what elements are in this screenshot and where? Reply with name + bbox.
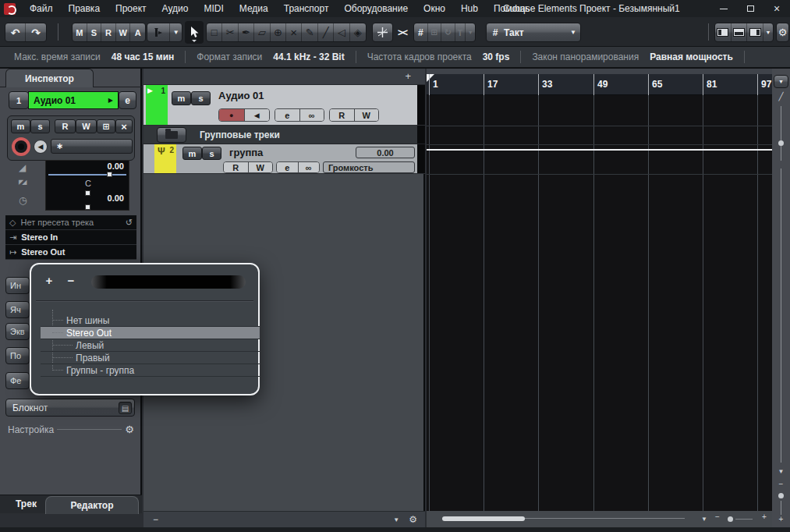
- menu-file[interactable]: Файл: [22, 0, 61, 17]
- draw-tool-button[interactable]: ✎: [302, 23, 317, 41]
- horizontal-scrollbar-thumb[interactable]: [442, 516, 525, 521]
- minimize-button[interactable]: [710, 0, 737, 17]
- input-routing-row[interactable]: ⇥ Stereo In: [5, 230, 136, 245]
- right-zone-button[interactable]: [747, 23, 763, 41]
- zoom-tool-button[interactable]: ⊕: [271, 23, 286, 41]
- track-volume-value[interactable]: 0.00: [356, 147, 415, 158]
- read-automation-button[interactable]: R: [330, 109, 354, 121]
- frame-rate-value[interactable]: 30 fps: [483, 51, 510, 62]
- vertical-zoom-slider-track[interactable]: [781, 106, 781, 161]
- iterative-quantize-button[interactable]: ↻: [441, 23, 455, 41]
- bypass-inserts-button[interactable]: ∞: [298, 162, 320, 172]
- section-eq-stub[interactable]: Экв: [5, 323, 30, 340]
- write-automation-button[interactable]: W: [354, 109, 379, 121]
- menu-transport[interactable]: Транспорт: [276, 0, 337, 17]
- tab-inspector[interactable]: Инспектор: [5, 69, 94, 87]
- range-tool-button[interactable]: □: [207, 23, 222, 41]
- vertical-zoom-thumb[interactable]: [778, 493, 784, 498]
- track-mute-button[interactable]: m: [182, 147, 202, 160]
- ruler-options-dropdown[interactable]: ▼: [774, 75, 788, 88]
- vertical-zoom-slider-thumb[interactable]: [778, 140, 784, 146]
- pan-slider-thumb[interactable]: [85, 190, 90, 196]
- write-automation-button[interactable]: W: [248, 162, 273, 172]
- tab-editor[interactable]: Редактор: [45, 496, 139, 514]
- lower-zone-button[interactable]: [732, 23, 748, 41]
- popup-item-right[interactable]: Правый: [41, 352, 260, 364]
- folder-track-row[interactable]: Групповые треки: [143, 126, 425, 144]
- left-zone-button[interactable]: [715, 23, 732, 41]
- track-solo-button[interactable]: s: [191, 91, 211, 105]
- channel-config-button[interactable]: ⊞: [97, 119, 115, 133]
- menu-hub[interactable]: Hub: [453, 0, 486, 17]
- freeze-button[interactable]: ∗: [51, 139, 133, 154]
- timeline-ruler[interactable]: 1 17 33 49 65 81 97: [427, 74, 772, 95]
- edit-channel-button[interactable]: e: [275, 109, 299, 121]
- autoscroll-button[interactable]: [373, 23, 392, 41]
- setup-gear-icon[interactable]: ⚙: [125, 424, 134, 435]
- mute-tool-button[interactable]: ×: [286, 23, 302, 41]
- track-name[interactable]: Аудио 01: [218, 90, 264, 101]
- section-fader-stub[interactable]: Фе: [5, 372, 30, 389]
- track-solo-button[interactable]: s: [202, 147, 221, 160]
- record-enable-button[interactable]: ●: [219, 109, 244, 121]
- mute-button[interactable]: m: [11, 119, 30, 133]
- glue-tool-button[interactable]: ✒: [239, 23, 254, 41]
- popup-item-groups-group[interactable]: Группы - группа: [41, 364, 260, 377]
- delay-slider-thumb[interactable]: [85, 204, 90, 210]
- monitor-button[interactable]: ◀: [34, 140, 48, 154]
- menu-devices[interactable]: Оборудование: [336, 0, 416, 17]
- vertical-scrollbar[interactable]: [781, 168, 781, 463]
- remove-bus-button[interactable]: −: [64, 274, 78, 287]
- read-automation-button[interactable]: R: [55, 119, 76, 133]
- menu-midi[interactable]: MIDI: [196, 0, 231, 17]
- volume-slider-thumb[interactable]: [107, 172, 112, 177]
- record-enable-button[interactable]: [12, 137, 30, 156]
- record-format-value[interactable]: 44.1 kHz - 32 Bit: [273, 51, 344, 62]
- erase-tool-button[interactable]: ▱: [254, 23, 270, 41]
- track-color-strip[interactable]: Ψ 2: [154, 144, 176, 173]
- zoom-out-button[interactable]: −: [715, 512, 720, 521]
- monitor-button[interactable]: ◀: [244, 109, 270, 121]
- edit-channel-button[interactable]: e: [119, 91, 136, 109]
- line-tool-button[interactable]: ╱: [318, 23, 334, 41]
- track-color-strip[interactable]: ▶ 1: [146, 85, 168, 125]
- menu-window[interactable]: Окно: [416, 0, 453, 17]
- track-row-group[interactable]: Ψ 2 m s группа 0.00 R W e ∞ Громкость: [143, 144, 425, 174]
- quantize-button[interactable]: ⊞: [428, 23, 442, 41]
- chevron-down-icon[interactable]: ▼: [393, 516, 399, 523]
- tab-track[interactable]: Трек: [16, 498, 37, 509]
- section-sends-stub[interactable]: По: [5, 347, 30, 364]
- popup-item-stereo-out[interactable]: Stereo Out: [41, 327, 260, 339]
- quantize-t-button[interactable]: T: [455, 23, 466, 41]
- volume-slider[interactable]: [48, 174, 126, 176]
- select-tool-button[interactable]: [185, 21, 204, 44]
- maximize-button[interactable]: [737, 0, 763, 17]
- menu-audio[interactable]: Аудио: [154, 0, 197, 17]
- vertical-zoom-out-button[interactable]: −: [772, 480, 790, 488]
- play-tool-button[interactable]: ◁: [334, 23, 349, 41]
- read-automation-button[interactable]: R: [224, 162, 248, 172]
- track-list-gear-icon[interactable]: ⚙: [409, 514, 417, 525]
- snap-button[interactable]: ><: [394, 23, 411, 42]
- toolbar-setup-button[interactable]: ⚙: [777, 23, 788, 41]
- inspector-track-name[interactable]: Аудио 01 ▶: [28, 91, 119, 109]
- arrangement-canvas[interactable]: [427, 95, 772, 511]
- redo-button[interactable]: ↷: [26, 23, 46, 41]
- solo-all-button[interactable]: S: [87, 23, 102, 41]
- add-track-button[interactable]: +: [405, 70, 411, 82]
- reload-icon[interactable]: ↺: [126, 218, 133, 228]
- vertical-zoom-track[interactable]: [781, 501, 781, 515]
- write-all-button[interactable]: W: [116, 23, 131, 41]
- bypass-inserts-button[interactable]: ∞: [299, 109, 324, 121]
- edit-channel-button[interactable]: e: [277, 162, 298, 172]
- section-slots-stub[interactable]: Яч: [5, 301, 30, 318]
- popup-item-left[interactable]: Левый: [41, 339, 260, 352]
- output-routing-row[interactable]: ↦ Stereo Out: [5, 245, 136, 260]
- track-preset-row[interactable]: ◇ Нет пресета трека ↺: [5, 215, 136, 230]
- write-automation-button[interactable]: W: [76, 119, 97, 133]
- menu-media[interactable]: Медиа: [232, 0, 276, 17]
- mute-all-button[interactable]: M: [73, 23, 87, 41]
- color-tool-button[interactable]: ◈: [350, 23, 366, 41]
- menu-edit[interactable]: Правка: [61, 0, 108, 17]
- close-button[interactable]: ×: [763, 0, 790, 17]
